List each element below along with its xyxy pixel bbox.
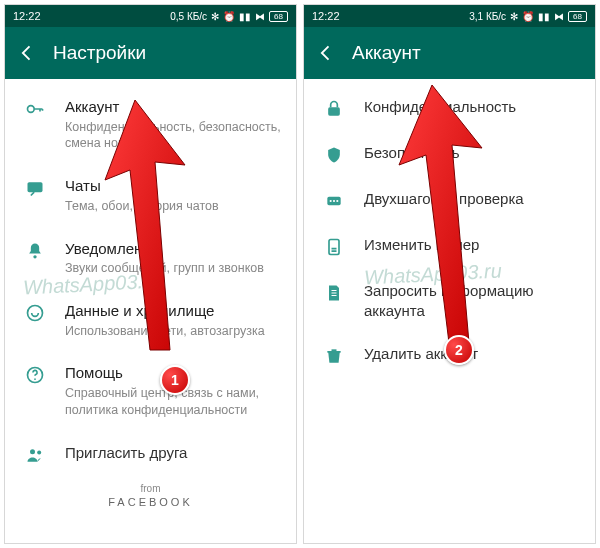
lock-icon xyxy=(318,99,350,119)
battery-icon: 68 xyxy=(269,11,288,22)
row-title: Двухшаговая проверка xyxy=(364,189,581,209)
row-invite[interactable]: Пригласить друга xyxy=(5,431,296,477)
svg-point-12 xyxy=(336,200,338,202)
row-title: Уведомления xyxy=(65,239,282,259)
help-icon xyxy=(19,365,51,385)
row-sub: Использование сети, автозагрузка xyxy=(65,323,282,340)
row-sub: Конфиденциальность, безопасность, смена … xyxy=(65,119,282,153)
row-privacy[interactable]: Конфиденциальность xyxy=(304,85,595,131)
back-button[interactable] xyxy=(17,43,41,63)
sim-icon xyxy=(318,237,350,257)
row-sub: Справочный центр, связь с нами, политика… xyxy=(65,385,282,419)
alarm-icon: ⏰ xyxy=(223,11,235,22)
twostep-icon xyxy=(318,191,350,211)
footer-facebook: FACEBOOK xyxy=(108,496,193,508)
row-security[interactable]: Безопасность xyxy=(304,131,595,177)
svg-point-2 xyxy=(33,255,36,258)
key-icon xyxy=(19,99,51,119)
row-two-step[interactable]: Двухшаговая проверка xyxy=(304,177,595,223)
row-title: Изменить номер xyxy=(364,235,581,255)
settings-list: Аккаунт Конфиденциальность, безопасность… xyxy=(5,79,296,543)
row-chats[interactable]: Чаты Тема, обои, история чатов xyxy=(5,164,296,226)
back-button[interactable] xyxy=(316,43,340,63)
row-title: Чаты xyxy=(65,176,282,196)
row-title: Конфиденциальность xyxy=(364,97,581,117)
row-title: Данные и хранилище xyxy=(65,301,282,321)
doc-icon xyxy=(318,283,350,303)
status-time: 12:22 xyxy=(13,10,41,22)
signal-icon: ▮▮ xyxy=(538,11,550,22)
row-request-info[interactable]: Запросить информацию аккаунта xyxy=(304,269,595,332)
svg-rect-13 xyxy=(329,240,339,255)
row-change-number[interactable]: Изменить номер xyxy=(304,223,595,269)
bell-icon xyxy=(19,241,51,261)
footer-brand: from FACEBOOK xyxy=(5,477,296,522)
row-delete-account[interactable]: Удалить аккаунт xyxy=(304,332,595,378)
bluetooth-icon: ✻ xyxy=(510,11,518,22)
row-account[interactable]: Аккаунт Конфиденциальность, безопасность… xyxy=(5,85,296,164)
signal-icon: ▮▮ xyxy=(239,11,251,22)
people-icon xyxy=(19,445,51,465)
row-data-storage[interactable]: Данные и хранилище Использование сети, а… xyxy=(5,289,296,351)
row-sub: Тема, обои, история чатов xyxy=(65,198,282,215)
row-title: Помощь xyxy=(65,363,282,383)
page-title: Настройки xyxy=(53,42,146,64)
shield-icon xyxy=(318,145,350,165)
svg-point-7 xyxy=(37,450,41,454)
status-net-speed: 3,1 КБ/с xyxy=(469,11,506,22)
svg-point-11 xyxy=(333,200,335,202)
page-title: Аккаунт xyxy=(352,42,421,64)
status-time: 12:22 xyxy=(312,10,340,22)
row-title: Безопасность xyxy=(364,143,581,163)
svg-point-6 xyxy=(30,449,35,454)
chat-icon xyxy=(19,178,51,198)
row-title: Аккаунт xyxy=(65,97,282,117)
app-bar: Настройки xyxy=(5,27,296,79)
row-help[interactable]: Помощь Справочный центр, связь с нами, п… xyxy=(5,351,296,430)
svg-point-5 xyxy=(34,379,36,381)
battery-icon: 68 xyxy=(568,11,587,22)
status-bar: 12:22 3,1 КБ/с ✻ ⏰ ▮▮ ⧓ 68 xyxy=(304,5,595,27)
trash-icon xyxy=(318,346,350,366)
status-net-speed: 0,5 КБ/с xyxy=(170,11,207,22)
svg-rect-1 xyxy=(28,182,43,192)
phone-left: 12:22 0,5 КБ/с ✻ ⏰ ▮▮ ⧓ 68 Настройки Акк… xyxy=(4,4,297,544)
row-sub: Звуки сообщений, групп и звонков xyxy=(65,260,282,277)
row-title: Удалить аккаунт xyxy=(364,344,581,364)
footer-from: from xyxy=(5,483,296,494)
alarm-icon: ⏰ xyxy=(522,11,534,22)
status-bar: 12:22 0,5 КБ/с ✻ ⏰ ▮▮ ⧓ 68 xyxy=(5,5,296,27)
bluetooth-icon: ✻ xyxy=(211,11,219,22)
svg-point-0 xyxy=(28,106,35,113)
phone-right: 12:22 3,1 КБ/с ✻ ⏰ ▮▮ ⧓ 68 Аккаунт Конфи… xyxy=(303,4,596,544)
wifi-icon: ⧓ xyxy=(255,11,265,22)
svg-point-10 xyxy=(330,200,332,202)
row-title: Запросить информацию аккаунта xyxy=(364,281,581,320)
data-icon xyxy=(19,303,51,323)
svg-point-3 xyxy=(28,306,43,321)
account-list: Конфиденциальность Безопасность Двухшаго… xyxy=(304,79,595,543)
row-notifications[interactable]: Уведомления Звуки сообщений, групп и зво… xyxy=(5,227,296,289)
wifi-icon: ⧓ xyxy=(554,11,564,22)
app-bar: Аккаунт xyxy=(304,27,595,79)
row-title: Пригласить друга xyxy=(65,443,282,463)
svg-rect-8 xyxy=(328,107,340,115)
